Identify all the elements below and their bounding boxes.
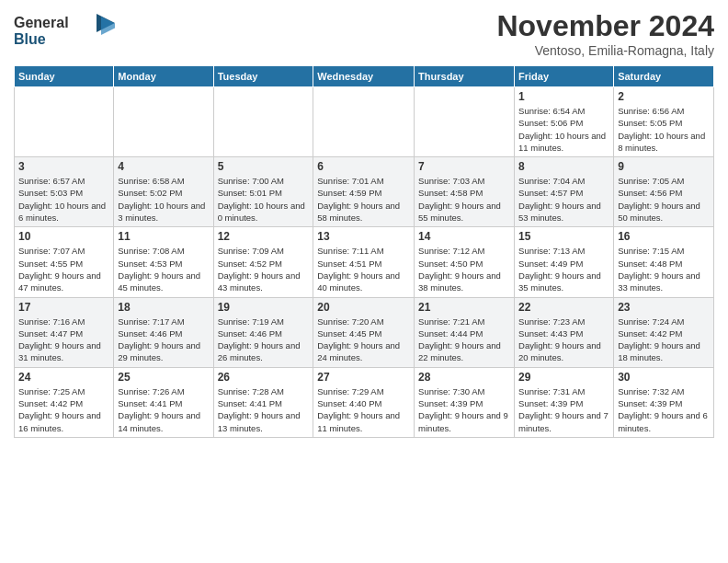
table-row: 7Sunrise: 7:03 AM Sunset: 4:58 PM Daylig…	[415, 157, 515, 227]
calendar-header-row: Sunday Monday Tuesday Wednesday Thursday…	[15, 66, 714, 87]
table-row: 13Sunrise: 7:11 AM Sunset: 4:51 PM Dayli…	[313, 227, 415, 297]
day-number: 2	[618, 90, 710, 103]
table-row: 23Sunrise: 7:24 AM Sunset: 4:42 PM Dayli…	[614, 297, 714, 367]
table-row: 16Sunrise: 7:15 AM Sunset: 4:48 PM Dayli…	[614, 227, 714, 297]
table-row: 6Sunrise: 7:01 AM Sunset: 4:59 PM Daylig…	[313, 157, 415, 227]
table-row: 2Sunrise: 6:56 AM Sunset: 5:05 PM Daylig…	[614, 87, 714, 157]
table-row: 10Sunrise: 7:07 AM Sunset: 4:55 PM Dayli…	[15, 227, 114, 297]
day-info: Sunrise: 7:32 AM Sunset: 4:39 PM Dayligh…	[618, 385, 710, 434]
day-info: Sunrise: 7:23 AM Sunset: 4:43 PM Dayligh…	[518, 316, 609, 364]
day-info: Sunrise: 7:07 AM Sunset: 4:55 PM Dayligh…	[18, 245, 109, 293]
day-number: 21	[418, 301, 510, 314]
day-info: Sunrise: 7:00 AM Sunset: 5:01 PM Dayligh…	[218, 175, 310, 224]
day-number: 11	[118, 230, 209, 243]
day-number: 3	[18, 160, 109, 173]
day-number: 20	[317, 301, 410, 314]
day-number: 1	[518, 90, 609, 103]
day-number: 24	[18, 371, 109, 384]
table-row: 25Sunrise: 7:26 AM Sunset: 4:41 PM Dayli…	[114, 367, 213, 437]
table-row	[114, 87, 213, 157]
logo: General Blue	[14, 9, 115, 54]
col-sunday: Sunday	[15, 66, 114, 87]
calendar-week-row: 24Sunrise: 7:25 AM Sunset: 4:42 PM Dayli…	[15, 367, 714, 437]
table-row	[313, 87, 415, 157]
col-monday: Monday	[114, 66, 213, 87]
col-thursday: Thursday	[415, 66, 515, 87]
day-info: Sunrise: 7:20 AM Sunset: 4:45 PM Dayligh…	[317, 316, 410, 364]
day-info: Sunrise: 7:31 AM Sunset: 4:39 PM Dayligh…	[518, 385, 609, 434]
day-info: Sunrise: 7:09 AM Sunset: 4:52 PM Dayligh…	[218, 245, 310, 293]
day-info: Sunrise: 7:16 AM Sunset: 4:47 PM Dayligh…	[18, 316, 109, 364]
calendar-table: Sunday Monday Tuesday Wednesday Thursday…	[14, 65, 714, 438]
calendar-week-row: 10Sunrise: 7:07 AM Sunset: 4:55 PM Dayli…	[15, 227, 714, 297]
svg-text:General: General	[14, 15, 69, 30]
col-wednesday: Wednesday	[313, 66, 415, 87]
table-row: 11Sunrise: 7:08 AM Sunset: 4:53 PM Dayli…	[114, 227, 213, 297]
table-row: 15Sunrise: 7:13 AM Sunset: 4:49 PM Dayli…	[515, 227, 614, 297]
day-number: 9	[618, 160, 710, 173]
table-row: 18Sunrise: 7:17 AM Sunset: 4:46 PM Dayli…	[114, 297, 213, 367]
table-row: 22Sunrise: 7:23 AM Sunset: 4:43 PM Dayli…	[515, 297, 614, 367]
day-info: Sunrise: 7:28 AM Sunset: 4:41 PM Dayligh…	[218, 385, 310, 434]
day-info: Sunrise: 7:25 AM Sunset: 4:42 PM Dayligh…	[18, 385, 109, 434]
table-row: 14Sunrise: 7:12 AM Sunset: 4:50 PM Dayli…	[415, 227, 515, 297]
day-info: Sunrise: 7:24 AM Sunset: 4:42 PM Dayligh…	[618, 316, 710, 364]
title-block: November 2024 Ventoso, Emilia-Romagna, I…	[496, 9, 714, 58]
table-row: 1Sunrise: 6:54 AM Sunset: 5:06 PM Daylig…	[515, 87, 614, 157]
day-number: 29	[518, 371, 609, 384]
calendar-week-row: 1Sunrise: 6:54 AM Sunset: 5:06 PM Daylig…	[15, 87, 714, 157]
day-number: 17	[18, 301, 109, 314]
logo-text: General Blue	[14, 9, 115, 54]
table-row: 28Sunrise: 7:30 AM Sunset: 4:39 PM Dayli…	[415, 367, 515, 437]
day-number: 10	[18, 230, 109, 243]
table-row: 21Sunrise: 7:21 AM Sunset: 4:44 PM Dayli…	[415, 297, 515, 367]
day-info: Sunrise: 7:11 AM Sunset: 4:51 PM Dayligh…	[317, 245, 410, 293]
day-number: 14	[418, 230, 510, 243]
calendar-week-row: 17Sunrise: 7:16 AM Sunset: 4:47 PM Dayli…	[15, 297, 714, 367]
day-number: 13	[317, 230, 410, 243]
day-info: Sunrise: 7:03 AM Sunset: 4:58 PM Dayligh…	[418, 175, 510, 224]
table-row: 17Sunrise: 7:16 AM Sunset: 4:47 PM Dayli…	[15, 297, 114, 367]
day-number: 5	[218, 160, 310, 173]
calendar-week-row: 3Sunrise: 6:57 AM Sunset: 5:03 PM Daylig…	[15, 157, 714, 227]
page-subtitle: Ventoso, Emilia-Romagna, Italy	[496, 43, 714, 58]
table-row: 27Sunrise: 7:29 AM Sunset: 4:40 PM Dayli…	[313, 367, 415, 437]
table-row	[213, 87, 313, 157]
day-number: 22	[518, 301, 609, 314]
svg-text:Blue: Blue	[14, 31, 46, 47]
table-row: 12Sunrise: 7:09 AM Sunset: 4:52 PM Dayli…	[213, 227, 313, 297]
day-info: Sunrise: 6:57 AM Sunset: 5:03 PM Dayligh…	[18, 175, 109, 224]
table-row: 19Sunrise: 7:19 AM Sunset: 4:46 PM Dayli…	[213, 297, 313, 367]
col-tuesday: Tuesday	[213, 66, 313, 87]
table-row: 9Sunrise: 7:05 AM Sunset: 4:56 PM Daylig…	[614, 157, 714, 227]
day-info: Sunrise: 6:56 AM Sunset: 5:05 PM Dayligh…	[618, 105, 710, 154]
table-row	[15, 87, 114, 157]
day-number: 16	[618, 230, 710, 243]
table-row	[415, 87, 515, 157]
day-info: Sunrise: 7:15 AM Sunset: 4:48 PM Dayligh…	[618, 245, 710, 293]
day-number: 19	[218, 301, 310, 314]
table-row: 26Sunrise: 7:28 AM Sunset: 4:41 PM Dayli…	[213, 367, 313, 437]
day-info: Sunrise: 7:21 AM Sunset: 4:44 PM Dayligh…	[418, 316, 510, 364]
day-number: 26	[218, 371, 310, 384]
day-number: 15	[518, 230, 609, 243]
day-info: Sunrise: 7:04 AM Sunset: 4:57 PM Dayligh…	[518, 175, 609, 224]
col-saturday: Saturday	[614, 66, 714, 87]
day-number: 8	[518, 160, 609, 173]
day-info: Sunrise: 6:58 AM Sunset: 5:02 PM Dayligh…	[118, 175, 209, 224]
day-info: Sunrise: 6:54 AM Sunset: 5:06 PM Dayligh…	[518, 105, 609, 154]
table-row: 8Sunrise: 7:04 AM Sunset: 4:57 PM Daylig…	[515, 157, 614, 227]
day-number: 18	[118, 301, 209, 314]
day-number: 23	[618, 301, 710, 314]
page-header: General Blue November 2024 Ventoso, Emil…	[14, 9, 714, 58]
day-info: Sunrise: 7:19 AM Sunset: 4:46 PM Dayligh…	[218, 316, 310, 364]
day-info: Sunrise: 7:12 AM Sunset: 4:50 PM Dayligh…	[418, 245, 510, 293]
table-row: 5Sunrise: 7:00 AM Sunset: 5:01 PM Daylig…	[213, 157, 313, 227]
day-info: Sunrise: 7:13 AM Sunset: 4:49 PM Dayligh…	[518, 245, 609, 293]
day-info: Sunrise: 7:26 AM Sunset: 4:41 PM Dayligh…	[118, 385, 209, 434]
table-row: 4Sunrise: 6:58 AM Sunset: 5:02 PM Daylig…	[114, 157, 213, 227]
table-row: 29Sunrise: 7:31 AM Sunset: 4:39 PM Dayli…	[515, 367, 614, 437]
day-info: Sunrise: 7:08 AM Sunset: 4:53 PM Dayligh…	[118, 245, 209, 293]
day-number: 12	[218, 230, 310, 243]
table-row: 20Sunrise: 7:20 AM Sunset: 4:45 PM Dayli…	[313, 297, 415, 367]
